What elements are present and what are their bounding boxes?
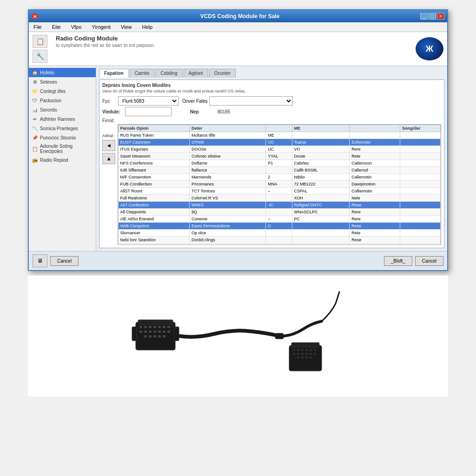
tab-cstiding[interactable]: Cstiding [155,69,182,78]
sidebar-item-punocioc[interactable]: 📌 Punocioc Stoonis [29,133,96,142]
table-row[interactable]: FUB CondlectionPricoroanesMNA72 MB1222Da… [118,181,440,188]
finnil-label: Finnil: [102,118,441,123]
table-row[interactable]: IUB SfllereantftallanceCalfit BSS8LCalle… [118,167,440,174]
menu-yirogent[interactable]: Yirogent [89,23,113,31]
title-bar: Ж VCDS Coding Module for Sale _ □ ✕ [29,10,447,22]
close-button[interactable]: ✕ [437,13,444,20]
table-row[interactable]: M/F ConserotionMarmends2NtblioCallernoti… [118,174,440,181]
svg-rect-15 [167,331,170,333]
table-actions-left: Adrial - ◄ ▲ [102,133,116,164]
svg-rect-25 [291,343,319,347]
window-controls: _ □ ✕ [420,13,444,20]
apply-button[interactable]: _Bloft_ [384,256,412,266]
table-row[interactable]: EUST CasontenOTNI8VOTsarseExferonter [118,139,440,146]
radio-icon: 📻 [32,157,38,163]
table-row[interactable]: WiiB ComprtionEaosi PeninesedoneCRese [118,223,440,230]
module-row: Viedule: Nep 80185 [102,107,441,116]
table-row[interactable]: AlihLlcle SectionRernpeniadsRole [118,244,440,245]
tab-agtiont[interactable]: Agtiont [184,69,208,78]
adrial-label: Adrial - [102,133,116,138]
svg-rect-31 [314,349,316,351]
table-row[interactable]: NFS CoorfenronsDolfarneP1Cabrles:Catlern… [118,160,440,167]
driver-select[interactable] [209,96,293,106]
table-row[interactable]: RUS Pares TukenMultaros ififeME [118,132,440,139]
bottom-bar: 🖥 Cancel _Bloft_ Cancel [29,251,447,270]
svg-rect-38 [297,357,299,358]
table-row[interactable]: ITUS EsguniesDOOSeUCVORere [118,146,440,153]
sidebar-item-radio[interactable]: 📻 Radio Repiod [29,155,96,165]
table-row[interactable]: AllST RoontTCT Tonices–CSPALColliemotin [118,188,440,195]
svg-rect-3 [144,326,147,328]
maximize-button[interactable]: □ [429,13,436,20]
svg-rect-4 [149,326,152,328]
minimize-button[interactable]: _ [420,13,428,20]
toolbar-icon-2[interactable]: 🔧 [33,50,47,63]
svg-rect-5 [153,326,156,328]
col-header-1: Paroale Opion [118,125,189,132]
map-value: 80185 [218,109,231,114]
svg-rect-30 [310,349,312,351]
svg-rect-18 [153,335,156,337]
svg-rect-2 [139,326,142,328]
menu-bar: File Eite Vfpo Yirogent View Help [29,22,447,32]
tab-carnits[interactable]: Carnits [130,69,155,78]
menu-help[interactable]: Help [139,23,156,31]
svg-rect-7 [163,326,165,328]
left-arrow-button[interactable]: ◄ [102,140,115,151]
tab-fapation[interactable]: Fapation [99,69,129,78]
sidebar-item-adonuile[interactable]: 📋 Adonuile Soting Enecipoles [29,142,96,155]
menu-eite[interactable]: Eite [49,23,64,31]
svg-rect-13 [158,331,161,333]
svg-rect-34 [301,353,304,355]
tab-content: Depnies Insing Coven Miodiles Vane tin o… [99,79,444,248]
col-header-2: Deter [189,125,265,132]
sidebar-item-somica[interactable]: 📉 Somica Pranteges [29,124,96,133]
sidebar-item-seteoes[interactable]: ⚙ Seteoes [29,77,96,86]
main-window: Ж VCDS Coding Module for Sale _ □ ✕ File… [28,9,448,271]
sidebar: 🏠 Hofelio ⚙ Seteoes 📁 Conlegt iifes 🛡 Pa… [29,66,96,251]
table-row[interactable]: Nebi lonr SearelionDonlid.clingsRese [118,237,440,244]
svg-rect-22 [174,327,179,341]
sidebar-item-packocion[interactable]: 🛡 Packocion [29,96,96,105]
table-row[interactable]: Full RealroimsColornel.R VSXOHNele [118,195,440,202]
up-arrow-button[interactable]: ▲ [102,153,115,164]
svg-rect-29 [305,349,308,351]
home-icon: 🏠 [32,69,38,76]
cancel-left-button[interactable]: Cancel [50,256,79,266]
col-header-6: Songriler [400,125,440,132]
svg-rect-16 [144,335,147,337]
svg-rect-40 [305,357,308,358]
tab-ocunter[interactable]: Ocunter [209,69,236,78]
svg-rect-8 [167,326,170,328]
menu-file[interactable]: File [31,23,45,31]
services-icon: ⚙ [32,79,38,85]
col-header-3 [266,125,292,132]
fpc-select[interactable]: Flurit 5083 [118,96,178,106]
sidebar-item-hofelio[interactable]: 🏠 Hofelio [29,68,96,77]
table-row[interactable]: AiIT ConfectionWNFC-ICRefigsel DNTCRese [118,202,440,209]
header-section: 📋 🔧 Radio Coding Module to oyephates the… [29,32,447,66]
table-row[interactable]: Saset MeseoomColsnec elistiveYYALDouteRe… [118,153,440,160]
header-subtitle: to oyephates the red as tie saarr to est… [56,43,155,48]
cancel-right-button[interactable]: Cancel [415,256,443,266]
svg-rect-20 [163,335,165,337]
svg-rect-1 [138,320,173,324]
table-row[interactable]: SlurnancerOp olceRete [118,230,440,237]
svg-rect-14 [163,331,165,333]
menu-vfpo[interactable]: Vfpo [68,23,85,31]
table-row[interactable]: All Cteppoints8QWNASCLPCRere [118,209,440,216]
sidebar-item-conlegt[interactable]: 📁 Conlegt iifes [29,86,96,96]
section-title: Depnies Insing Coven Miodiles [102,83,441,88]
config-icon: 📁 [32,88,38,94]
table-row[interactable]: AlE A8So ErerandCuneme–PCRere [118,216,440,223]
menu-view[interactable]: View [118,23,135,31]
sidebar-item-adhlrter[interactable]: ✏ Adhlrter Ranrees [29,114,96,124]
window-icon[interactable]: Ж [32,13,38,20]
driver-label: Onver Fales [182,99,207,104]
sidebar-item-serontis[interactable]: 📊 Serontis [29,105,96,114]
toolbar-icon-1[interactable]: 📋 [33,35,47,48]
module-input[interactable] [125,107,172,116]
svg-rect-35 [305,353,308,355]
header-text: Radio Coding Module to oyephates the red… [56,35,155,48]
window-title: VCDS Coding Module for Sale [60,13,420,20]
